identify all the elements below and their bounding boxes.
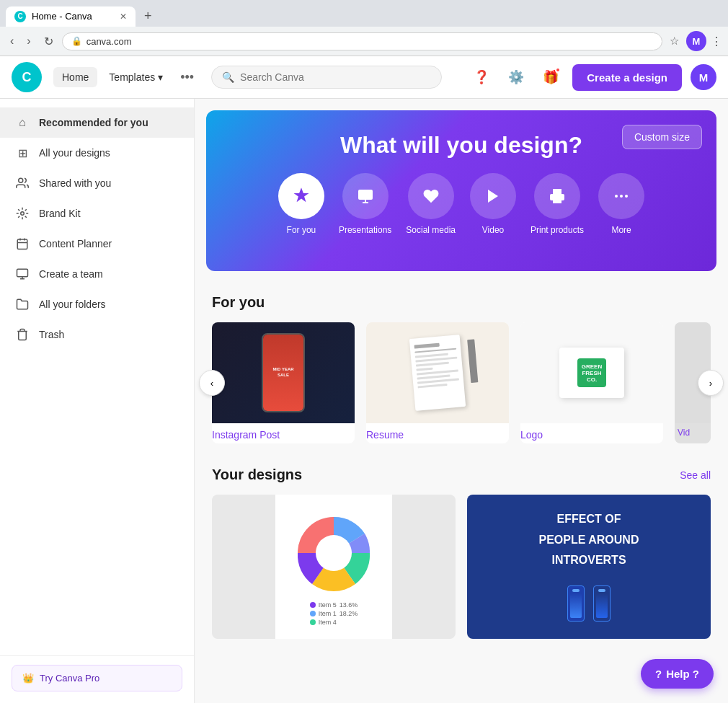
- tab-favicon: C: [14, 11, 26, 22]
- presentations-icon: [342, 173, 389, 219]
- sidebar-item-trash[interactable]: Trash: [0, 319, 194, 350]
- nav-more-dots[interactable]: •••: [174, 67, 200, 88]
- folder-icon: [14, 296, 30, 312]
- card-logo[interactable]: GREENFRESHCO. Logo: [520, 322, 663, 443]
- social-media-icon: [408, 173, 454, 219]
- category-more[interactable]: More: [598, 173, 644, 235]
- your-designs-section: Your designs See all: [195, 455, 728, 650]
- category-presentations[interactable]: Presentations: [339, 173, 391, 235]
- for-you-section: For you ‹ MID YEARSALE Instagram Post: [195, 283, 728, 455]
- for-you-title: For you: [212, 294, 711, 311]
- design-card-introverts[interactable]: EFFECT OF PEOPLE AROUND INTROVERTS: [467, 495, 711, 639]
- category-label-video: Video: [482, 225, 504, 235]
- instagram-card-label: Instagram Post: [212, 423, 355, 443]
- more-icon: [598, 173, 644, 219]
- svg-point-16: [316, 535, 352, 571]
- settings-icon-button[interactable]: ⚙️: [503, 64, 529, 90]
- category-video[interactable]: Video: [470, 173, 516, 235]
- design-categories: For you Presentations: [235, 173, 688, 235]
- team-icon: [14, 266, 30, 282]
- resume-card-image: [366, 322, 509, 423]
- logo-card-label: Logo: [520, 423, 663, 443]
- instagram-card-image: MID YEARSALE: [212, 322, 355, 423]
- design-card-pie[interactable]: Item 5 13.6% Item 1 18.2%: [212, 495, 456, 639]
- crown-icon: 👑: [22, 673, 34, 684]
- calendar-icon: [14, 236, 30, 252]
- search-input[interactable]: [240, 71, 431, 83]
- hero-title: What will you design?: [235, 132, 688, 159]
- sidebar-bottom: 👑 Try Canva Pro: [0, 655, 194, 700]
- next-button[interactable]: ›: [698, 370, 724, 396]
- sidebar-label-content: Content Planner: [39, 238, 112, 249]
- sidebar-item-all-designs[interactable]: ⊞ All your designs: [0, 138, 194, 168]
- resume-card-label: Resume: [366, 423, 509, 443]
- create-design-button[interactable]: Create a design: [572, 64, 682, 91]
- sidebar-label-shared: Shared with you: [39, 177, 111, 189]
- header-nav: Home Templates ▾ •••: [53, 67, 200, 88]
- sidebar-item-folders[interactable]: All your folders: [0, 289, 194, 319]
- help-icon-button[interactable]: ❓: [469, 64, 494, 90]
- category-for-you[interactable]: For you: [278, 173, 324, 235]
- introverts-card-image: EFFECT OF PEOPLE AROUND INTROVERTS: [467, 495, 711, 639]
- for-you-icon: [278, 173, 324, 219]
- new-tab-button[interactable]: +: [138, 6, 158, 27]
- category-label-social-media: Social media: [406, 225, 456, 235]
- card-resume[interactable]: Resume: [366, 322, 509, 443]
- tab-close-button[interactable]: ✕: [120, 12, 127, 22]
- see-all-link[interactable]: See all: [680, 469, 711, 481]
- prev-button[interactable]: ‹: [199, 370, 225, 396]
- svg-rect-6: [17, 269, 28, 277]
- for-you-cards: ‹ MID YEARSALE Instagram Post: [212, 322, 711, 443]
- introverts-content: EFFECT OF PEOPLE AROUND INTROVERTS: [467, 495, 711, 639]
- pie-card-image: Item 5 13.6% Item 1 18.2%: [212, 495, 456, 639]
- sidebar-item-recommended[interactable]: ⌂ Recommended for you: [0, 107, 194, 138]
- sidebar-item-content[interactable]: Content Planner: [0, 229, 194, 259]
- browser-tab[interactable]: C Home - Canva ✕: [6, 6, 136, 27]
- category-label-more: More: [611, 225, 631, 235]
- print-icon: [534, 173, 580, 219]
- forward-button[interactable]: ›: [22, 32, 35, 50]
- browser-profile-button[interactable]: M: [686, 31, 706, 51]
- svg-point-1: [21, 212, 25, 216]
- sidebar-label-trash: Trash: [39, 329, 64, 340]
- user-avatar[interactable]: M: [691, 64, 716, 90]
- sidebar-item-shared[interactable]: Shared with you: [0, 168, 194, 198]
- gift-icon-button[interactable]: 🎁: [538, 64, 564, 90]
- svg-rect-9: [358, 190, 373, 200]
- card-instagram-post[interactable]: MID YEARSALE Instagram Post: [212, 322, 355, 443]
- nav-home[interactable]: Home: [53, 67, 97, 87]
- svg-rect-2: [17, 239, 27, 249]
- home-icon: ⌂: [14, 115, 30, 131]
- pie-chart-container: Item 5 13.6% Item 1 18.2%: [275, 495, 392, 639]
- trash-icon: [14, 327, 30, 342]
- nav-templates[interactable]: Templates ▾: [100, 67, 172, 87]
- reload-button[interactable]: ↻: [40, 32, 58, 51]
- sidebar: ⌂ Recommended for you ⊞ All your designs…: [0, 99, 195, 703]
- try-pro-button[interactable]: 👑 Try Canva Pro: [12, 665, 182, 691]
- category-label-for-you: For you: [287, 225, 316, 235]
- sidebar-label-recommended: Recommended for you: [39, 117, 148, 128]
- notification-dot: [555, 67, 561, 73]
- video-partial-label: Vid: [675, 423, 711, 442]
- back-button[interactable]: ‹: [6, 32, 18, 50]
- bookmark-button[interactable]: ☆: [667, 32, 682, 50]
- design-cards-row: Item 5 13.6% Item 1 18.2%: [212, 495, 711, 639]
- sidebar-item-team[interactable]: Create a team: [0, 259, 194, 289]
- browser-menu-button[interactable]: ⋮: [711, 35, 722, 48]
- category-social-media[interactable]: Social media: [406, 173, 456, 235]
- help-button[interactable]: ? Help ?: [641, 659, 714, 689]
- address-bar[interactable]: 🔒 canva.com: [62, 32, 662, 50]
- grid-icon: ⊞: [14, 145, 30, 161]
- custom-size-button[interactable]: Custom size: [622, 125, 702, 149]
- pie-chart-svg: [287, 506, 381, 600]
- help-question-icon: ?: [655, 668, 662, 680]
- category-label-print: Print products: [531, 225, 584, 235]
- search-bar[interactable]: 🔍: [211, 66, 442, 89]
- search-icon: 🔍: [222, 71, 234, 83]
- svg-point-0: [19, 178, 23, 182]
- category-print-products[interactable]: Print products: [531, 173, 584, 235]
- pie-legend: Item 5 13.6% Item 1 18.2%: [310, 600, 358, 627]
- svg-rect-11: [553, 198, 561, 203]
- sidebar-item-brand[interactable]: Brand Kit: [0, 198, 194, 229]
- canva-logo[interactable]: C: [12, 62, 42, 92]
